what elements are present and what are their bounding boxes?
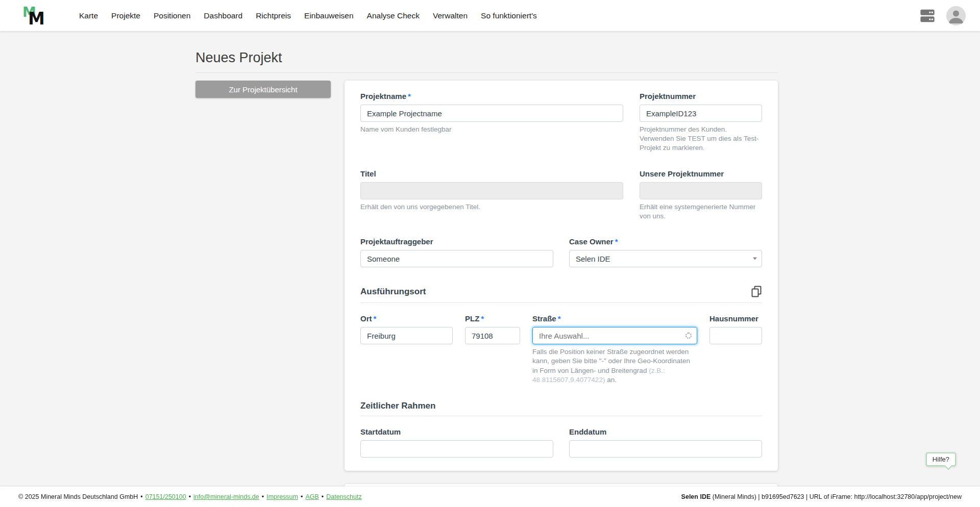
- nav-item-karte[interactable]: Karte: [72, 6, 105, 26]
- titel-label: Titel: [360, 169, 623, 178]
- hausnummer-input[interactable]: [709, 327, 762, 344]
- footer-app-name: Selen IDE: [681, 493, 711, 500]
- hausnummer-field-group: Hausnummer: [709, 314, 762, 385]
- footer-separator: •: [189, 493, 191, 500]
- startdatum-input[interactable]: [360, 440, 553, 458]
- projektname-label: Projektname*: [360, 92, 623, 100]
- titel-hint: Erhält den von uns vorgegebenen Titel.: [360, 202, 623, 212]
- hilfe-button[interactable]: Hilfe?: [926, 452, 956, 466]
- startdatum-field-group: Startdatum: [360, 427, 553, 458]
- zeitlicher-rahmen-section-header: Zeitlicher Rahmen: [360, 401, 762, 416]
- ort-label: Ort*: [360, 314, 453, 323]
- projektnummer-field-group: Projektnummer Projektnummer des Kunden. …: [640, 92, 762, 153]
- required-marker: *: [558, 314, 561, 323]
- projektnummer-label: Projektnummer: [640, 92, 762, 100]
- footer-separator: •: [262, 493, 264, 500]
- footer-separator: •: [322, 493, 324, 500]
- footer-link-datenschutz[interactable]: Datenschutz: [326, 493, 361, 500]
- zeitlicher-rahmen-title: Zeitlicher Rahmen: [360, 401, 435, 411]
- hausnummer-label: Hausnummer: [709, 314, 762, 323]
- page-title: Neues Projekt: [195, 50, 778, 66]
- user-avatar-icon[interactable]: [946, 6, 966, 26]
- strasse-field-group: Straße* Falls die Position keiner Straße…: [532, 314, 697, 385]
- projektname-input[interactable]: [360, 105, 623, 122]
- projektnummer-input[interactable]: [640, 105, 762, 122]
- nav-item-einbauweisen[interactable]: Einbauweisen: [298, 6, 360, 26]
- footer-session-details: (Mineral Minds) | b91695ed7623 | URL of …: [710, 493, 962, 500]
- unsere-projektnummer-label: Unsere Projektnummer: [640, 169, 762, 178]
- required-marker: *: [481, 314, 484, 323]
- page-footer: © 2025 Mineral Minds Deutschland GmbH • …: [0, 487, 980, 507]
- chevron-down-icon: [753, 258, 757, 260]
- unsere-projektnummer-input: [640, 182, 762, 199]
- footer-left: © 2025 Mineral Minds Deutschland GmbH • …: [18, 493, 362, 500]
- nav-item-so-funktionierts[interactable]: So funktioniert's: [474, 6, 544, 26]
- enddatum-field-group: Enddatum: [569, 427, 762, 458]
- footer-session-info: Selen IDE (Mineral Minds) | b91695ed7623…: [681, 493, 962, 500]
- nav-menu: Karte Projekte Positionen Dashboard Rich…: [72, 6, 544, 26]
- plz-input[interactable]: [465, 327, 520, 344]
- main-content: Neues Projekt Zur Projektübersicht Proje…: [0, 31, 980, 487]
- strasse-input[interactable]: [532, 327, 697, 344]
- navbar-right: [919, 6, 966, 26]
- case-owner-selected-value: Selen IDE: [576, 255, 610, 263]
- projektauftraggeber-label: Projektauftraggeber: [360, 237, 553, 246]
- enddatum-label: Enddatum: [569, 427, 762, 436]
- nav-item-verwalten[interactable]: Verwalten: [426, 6, 474, 26]
- ausfuehrungsort-section-header: Ausführungsort: [360, 286, 762, 303]
- top-navbar: M M Karte Projekte Positionen Dashboard …: [0, 0, 980, 31]
- nav-item-analyse-check[interactable]: Analyse Check: [360, 6, 426, 26]
- logo-m-black: M: [28, 10, 45, 27]
- unsere-projektnummer-field-group: Unsere Projektnummer Erhält eine systemg…: [640, 169, 762, 221]
- project-form-card: Projektname* Name vom Kunden festlegbar …: [345, 81, 778, 471]
- loading-spinner-icon: [685, 333, 692, 339]
- mineral-minds-logo[interactable]: M M: [22, 3, 46, 29]
- projektname-hint: Name vom Kunden festlegbar: [360, 125, 623, 134]
- required-marker: *: [408, 92, 411, 100]
- strasse-hint: Falls die Position keiner Straße zugeord…: [532, 347, 697, 385]
- ausfuehrungsort-title: Ausführungsort: [360, 287, 426, 297]
- nav-item-dashboard[interactable]: Dashboard: [197, 6, 249, 26]
- nav-item-positionen[interactable]: Positionen: [147, 6, 197, 26]
- ort-field-group: Ort*: [360, 314, 453, 385]
- footer-separator: •: [140, 493, 142, 500]
- case-owner-label: Case Owner*: [569, 237, 762, 246]
- required-marker: *: [374, 314, 377, 323]
- titel-field-group: Titel Erhält den von uns vorgegebenen Ti…: [360, 169, 623, 221]
- startdatum-label: Startdatum: [360, 427, 553, 436]
- case-owner-select[interactable]: Selen IDE: [569, 250, 762, 267]
- plz-field-group: PLZ*: [465, 314, 520, 385]
- footer-link-email[interactable]: info@mineral-minds.de: [193, 493, 259, 500]
- projektname-field-group: Projektname* Name vom Kunden festlegbar: [360, 92, 623, 153]
- footer-link-phone[interactable]: 07151/250100: [145, 493, 186, 500]
- projektauftraggeber-field-group: Projektauftraggeber: [360, 237, 553, 267]
- plz-label: PLZ*: [465, 314, 520, 323]
- server-stack-icon[interactable]: [919, 8, 936, 23]
- projektnummer-hint: Projektnummer des Kunden. Verwenden Sie …: [640, 125, 762, 153]
- nav-item-projekte[interactable]: Projekte: [105, 6, 147, 26]
- footer-separator: •: [301, 493, 303, 500]
- case-owner-field-group: Case Owner* Selen IDE: [569, 237, 762, 267]
- required-marker: *: [615, 237, 618, 246]
- title-divider: [195, 72, 778, 73]
- copy-address-icon[interactable]: [751, 286, 762, 298]
- titel-input: [360, 182, 623, 199]
- unsere-projektnummer-hint: Erhält eine systemgenerierte Nummer von …: [640, 202, 762, 221]
- nav-item-richtpreis[interactable]: Richtpreis: [249, 6, 298, 26]
- projektauftraggeber-input[interactable]: [360, 250, 553, 267]
- ort-input[interactable]: [360, 327, 453, 344]
- enddatum-input[interactable]: [569, 440, 762, 458]
- zur-projektuebersicht-button[interactable]: Zur Projektübersicht: [195, 81, 331, 98]
- footer-link-agb[interactable]: AGB: [305, 493, 318, 500]
- footer-link-impressum[interactable]: Impressum: [266, 493, 298, 500]
- strasse-label: Straße*: [532, 314, 697, 323]
- copyright-text: © 2025 Mineral Minds Deutschland GmbH: [18, 493, 138, 500]
